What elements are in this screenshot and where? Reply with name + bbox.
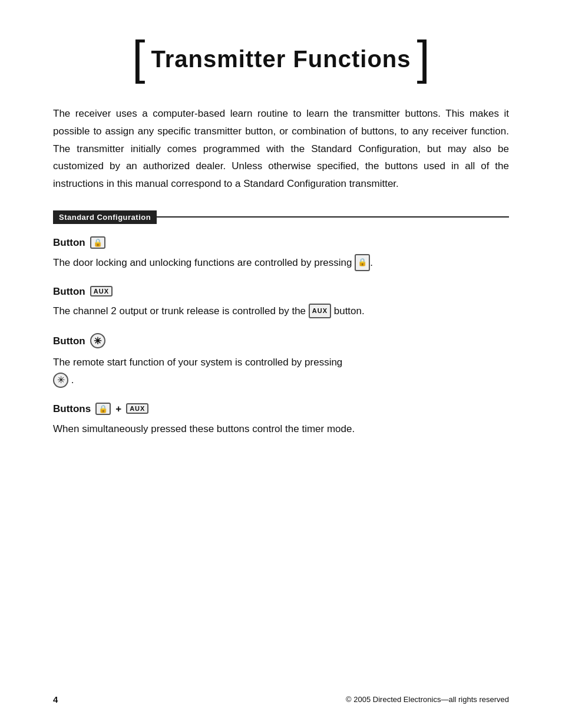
button-combo-label: Buttons <box>53 403 91 415</box>
aux-icon: AUX <box>90 286 113 297</box>
combo-aux-icon: AUX <box>126 403 148 414</box>
star-icon-inline: ✳ <box>53 373 68 388</box>
aux-icon-inline: AUX <box>309 304 331 318</box>
section-header: Standard Configuration <box>53 210 509 224</box>
button-aux-label: Button <box>53 286 85 298</box>
button-star-section: Button ✳ The remote start function of yo… <box>53 334 509 389</box>
button-star-label: Button <box>53 335 85 347</box>
footer-page-number: 4 <box>53 694 58 704</box>
button-lock-desc: The door locking and unlocking functions… <box>53 254 509 272</box>
page-title: Transmitter Functions <box>151 46 411 73</box>
button-aux-desc: The channel 2 output or trunk release is… <box>53 302 509 320</box>
footer: 4 © 2005 Directed Electronics—all rights… <box>53 694 509 704</box>
footer-copyright: © 2005 Directed Electronics—all rights r… <box>346 695 509 704</box>
button-star-desc: The remote start function of your system… <box>53 354 509 389</box>
button-combo-heading: Buttons 🔒 + AUX <box>53 403 509 416</box>
bracket-right-icon: ] <box>417 34 430 81</box>
button-lock-label: Button <box>53 237 85 249</box>
button-star-heading: Button ✳ <box>53 334 509 349</box>
section-header-label: Standard Configuration <box>53 210 157 224</box>
button-lock-section: Button 🔒 The door locking and unlocking … <box>53 237 509 272</box>
button-aux-heading: Button AUX <box>53 286 509 298</box>
star-icon: ✳ <box>90 333 105 348</box>
page: [ Transmitter Functions ] The receiver u… <box>0 0 562 728</box>
button-lock-heading: Button 🔒 <box>53 237 509 249</box>
lock-icon-inline: 🔒 <box>355 254 370 271</box>
button-aux-section: Button AUX The channel 2 output or trunk… <box>53 286 509 320</box>
intro-paragraph: The receiver uses a computer-based learn… <box>53 105 509 193</box>
title-container: [ Transmitter Functions ] <box>53 35 509 83</box>
button-combo-desc: When simultaneously pressed these button… <box>53 420 509 438</box>
section-header-line <box>157 216 509 218</box>
bracket-left-icon: [ <box>132 34 145 81</box>
lock-icon: 🔒 <box>90 236 105 249</box>
plus-sign: + <box>115 403 121 415</box>
button-combo-section: Buttons 🔒 + AUX When simultaneously pres… <box>53 403 509 438</box>
combo-lock-icon: 🔒 <box>95 403 111 415</box>
